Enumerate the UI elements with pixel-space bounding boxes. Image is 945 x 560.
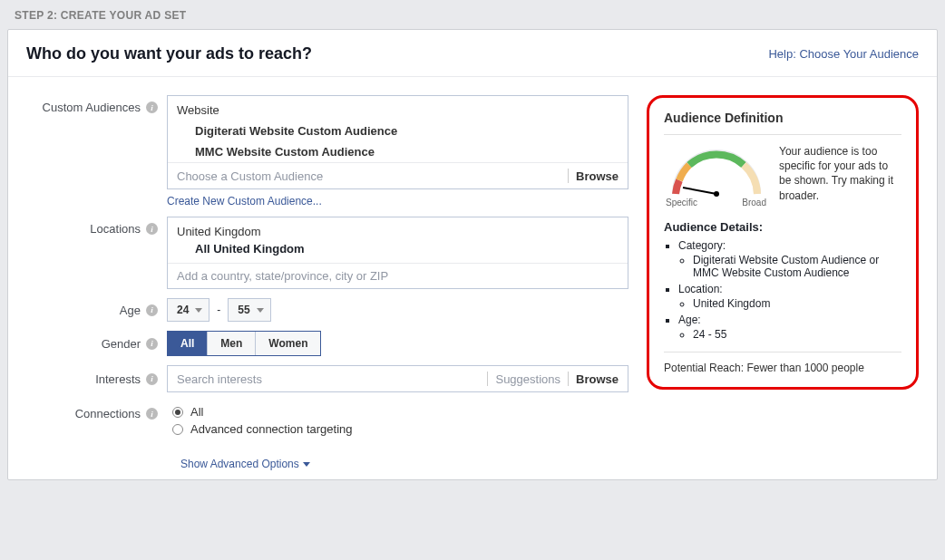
svg-line-0 xyxy=(683,188,716,194)
info-icon[interactable]: i xyxy=(146,373,158,385)
create-custom-audience-link[interactable]: Create New Custom Audience... xyxy=(167,195,628,208)
interests-input[interactable] xyxy=(177,372,480,386)
meter-label-specific: Specific xyxy=(666,198,697,208)
divider xyxy=(487,372,488,386)
custom-audience-input[interactable] xyxy=(177,169,560,183)
row-locations: Locations i United Kingdom All United Ki… xyxy=(17,217,628,289)
label-interests: Interests i xyxy=(17,372,167,386)
browse-button[interactable]: Browse xyxy=(576,169,619,183)
suggestions-button[interactable]: Suggestions xyxy=(495,372,560,386)
connections-option-advanced[interactable]: Advanced connection targeting xyxy=(172,422,628,436)
meter-labels: Specific Broad xyxy=(664,198,768,208)
ca-group-header: Website xyxy=(168,96,628,121)
detail-value: Digiterati Website Custom Audience or MM… xyxy=(693,254,901,279)
row-connections: Connections i All Advanced connection ta… xyxy=(17,401,628,439)
gender-segmented: All Men Women xyxy=(167,331,321,356)
detail-location: Location: United Kingdom xyxy=(678,283,901,310)
audience-meter: Specific Broad xyxy=(664,144,768,208)
gauge-icon xyxy=(667,144,766,198)
connections-option-all[interactable]: All xyxy=(172,405,628,419)
meter-row: Specific Broad Your audience is too spec… xyxy=(664,144,901,208)
gender-men[interactable]: Men xyxy=(208,332,256,355)
radio-icon xyxy=(172,424,183,435)
panel-body: Custom Audiences i Website Digiterati We… xyxy=(8,77,937,479)
potential-reach: Potential Reach: Fewer than 1000 people xyxy=(664,352,901,374)
custom-audiences-control: Website Digiterati Website Custom Audien… xyxy=(167,95,628,208)
ad-set-panel: Who do you want your ads to reach? Help:… xyxy=(7,29,938,480)
ca-item[interactable]: Digiterati Website Custom Audience xyxy=(168,121,628,141)
locations-box: United Kingdom All United Kingdom xyxy=(167,217,628,289)
caret-down-icon xyxy=(303,462,310,467)
age-control: 24 - 55 xyxy=(167,298,628,322)
label-gender: Gender i xyxy=(17,337,167,351)
radio-icon xyxy=(172,407,183,418)
divider xyxy=(568,372,569,386)
detail-age: Age: 24 - 55 xyxy=(678,314,901,341)
connections-control: All Advanced connection targeting xyxy=(167,401,628,439)
label-age: Age i xyxy=(17,304,167,317)
audience-title: Audience Definition xyxy=(664,111,901,125)
audience-definition-box: Audience Definition xyxy=(647,95,919,390)
radio-label: Advanced connection targeting xyxy=(190,422,353,436)
info-icon[interactable]: i xyxy=(146,101,158,113)
label-connections: Connections i xyxy=(17,401,167,420)
svg-point-1 xyxy=(714,191,719,197)
custom-audiences-box: Website Digiterati Website Custom Audien… xyxy=(167,95,628,189)
detail-label: Age: xyxy=(678,314,701,326)
divider xyxy=(664,134,901,135)
detail-value: United Kingdom xyxy=(693,297,901,310)
detail-label: Category: xyxy=(678,239,726,252)
info-icon[interactable]: i xyxy=(146,338,158,350)
divider xyxy=(568,169,569,183)
info-icon[interactable]: i xyxy=(146,304,158,316)
gender-women[interactable]: Women xyxy=(256,332,320,355)
reach-label: Potential Reach: xyxy=(664,362,744,374)
location-input[interactable] xyxy=(177,269,619,283)
location-sub[interactable]: All United Kingdom xyxy=(168,240,628,263)
detail-category: Category: Digiterati Website Custom Audi… xyxy=(678,239,901,279)
detail-label: Location: xyxy=(678,283,723,295)
audience-message: Your audience is too specific for your a… xyxy=(779,144,901,208)
interests-box: Suggestions Browse xyxy=(167,365,628,392)
row-age: Age i 24 - 55 xyxy=(17,298,628,322)
audience-column: Audience Definition xyxy=(647,95,919,470)
label-text: Age xyxy=(120,304,141,317)
ca-item[interactable]: MMC Website Custom Audience xyxy=(168,141,628,162)
detail-value: 24 - 55 xyxy=(693,328,901,341)
adv-link-text: Show Advanced Options xyxy=(180,458,299,470)
form-column: Custom Audiences i Website Digiterati We… xyxy=(17,95,628,470)
label-text: Interests xyxy=(95,372,141,386)
age-dash: - xyxy=(217,304,220,316)
ca-input-line: Browse xyxy=(168,162,628,188)
age-min-select[interactable]: 24 xyxy=(167,298,209,322)
step-header: STEP 2: CREATE YOUR AD SET xyxy=(0,0,945,29)
locations-control: United Kingdom All United Kingdom xyxy=(167,217,628,289)
audience-details-title: Audience Details: xyxy=(664,220,901,234)
info-icon[interactable]: i xyxy=(146,223,158,235)
age-max-select[interactable]: 55 xyxy=(228,298,270,322)
label-text: Locations xyxy=(90,222,141,236)
radio-label: All xyxy=(190,405,203,419)
label-text: Custom Audiences xyxy=(43,101,141,114)
row-interests: Interests i Suggestions Browse xyxy=(17,365,628,392)
label-text: Gender xyxy=(102,337,141,351)
audience-details-list: Category: Digiterati Website Custom Audi… xyxy=(678,239,901,341)
show-advanced-options-link[interactable]: Show Advanced Options xyxy=(180,458,628,470)
help-link[interactable]: Help: Choose Your Audience xyxy=(768,47,919,61)
meter-label-broad: Broad xyxy=(742,198,766,208)
browse-button[interactable]: Browse xyxy=(576,372,619,386)
panel-title: Who do you want your ads to reach? xyxy=(26,44,312,63)
row-custom-audiences: Custom Audiences i Website Digiterati We… xyxy=(17,95,628,208)
location-input-line xyxy=(168,263,628,288)
gender-all[interactable]: All xyxy=(168,332,208,355)
reach-value: Fewer than 1000 people xyxy=(746,362,863,374)
panel-header: Who do you want your ads to reach? Help:… xyxy=(8,30,937,77)
interests-control: Suggestions Browse xyxy=(167,365,628,392)
gender-control: All Men Women xyxy=(167,331,628,356)
location-country: United Kingdom xyxy=(168,217,628,240)
row-gender: Gender i All Men Women xyxy=(17,331,628,356)
label-custom-audiences: Custom Audiences i xyxy=(17,95,167,114)
info-icon[interactable]: i xyxy=(146,408,158,420)
label-locations: Locations i xyxy=(17,217,167,236)
label-text: Connections xyxy=(75,407,141,420)
